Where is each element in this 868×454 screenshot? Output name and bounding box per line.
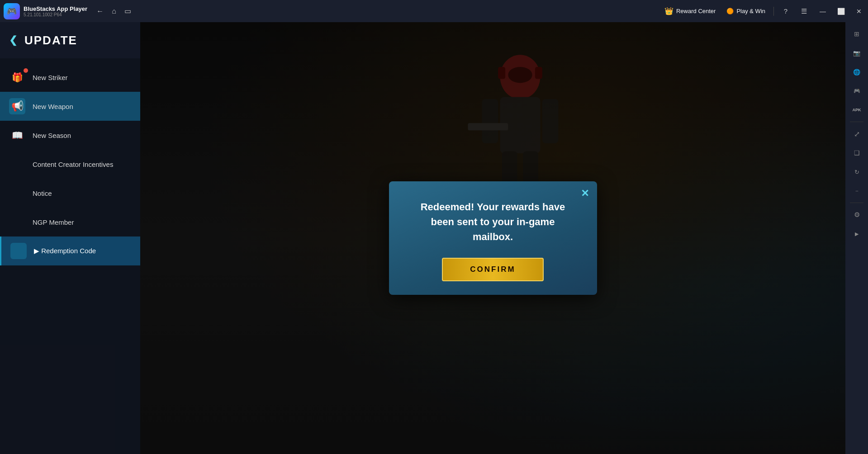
sidebar-item-label-new-striker: New Striker: [33, 74, 68, 81]
sidebar-item-label-new-weapon: New Weapon: [33, 103, 73, 110]
sidebar-item-label-ngp-member: NGP Member: [33, 218, 74, 226]
right-icon-more[interactable]: ···: [849, 183, 865, 199]
back-nav-button[interactable]: ←: [96, 8, 104, 15]
sidebar-item-icon-content-creator: [9, 156, 25, 172]
right-icon-globe[interactable]: 🌐: [849, 64, 865, 80]
sidebar-item-new-weapon[interactable]: 📢 New Weapon: [0, 92, 140, 121]
maximize-button[interactable]: ⬜: [832, 0, 850, 22]
modal-message: Redeemed! Your rewards have been sent to…: [412, 199, 574, 244]
sidebar-header: ❮ UPDATE: [0, 22, 140, 58]
sidebar-item-label-notice: Notice: [33, 189, 52, 197]
sidebar-title: UPDATE: [24, 33, 77, 47]
close-button[interactable]: ✕: [850, 0, 868, 22]
sidebar-item-content-creator[interactable]: Content Creator Incentives: [0, 150, 140, 179]
right-icon-resize[interactable]: ⤢: [849, 126, 865, 142]
sidebar-item-icon-notice: [9, 185, 25, 201]
play-win-icon: 🟠: [726, 8, 734, 14]
separator: [773, 7, 774, 16]
right-icon-tv[interactable]: ⊞: [849, 26, 865, 42]
sidebar-item-redemption-code[interactable]: ▶ Redemption Code: [0, 236, 140, 265]
app-version: 5.21.101.1002 P64: [24, 12, 87, 17]
right-icon-rotate[interactable]: ↻: [849, 164, 865, 180]
right-icon-settings[interactable]: ⚙: [849, 207, 865, 223]
notification-dot: [24, 68, 28, 73]
home-nav-button[interactable]: ⌂: [112, 8, 116, 15]
right-icon-apk[interactable]: APK: [849, 102, 865, 118]
crown-icon: 👑: [664, 7, 674, 15]
sidebar-item-ngp-member[interactable]: NGP Member: [0, 208, 140, 236]
app-info: BlueStacks App Player 5.21.101.1002 P64: [24, 5, 87, 17]
reward-center-label: Reward Center: [676, 8, 716, 14]
play-win-label: Play & Win: [736, 8, 765, 14]
menu-button[interactable]: ☰: [796, 3, 812, 19]
sidebar-item-icon-new-striker: 🎁: [9, 69, 25, 85]
confirm-label: CONFIRM: [442, 258, 543, 281]
confirm-button[interactable]: CONFIRM: [442, 258, 543, 281]
right-icon-camera[interactable]: 📷: [849, 45, 865, 61]
right-separator-1: [850, 122, 863, 122]
reward-center-button[interactable]: 👑 Reward Center: [660, 5, 720, 17]
sidebar-item-icon-ngp-member: [9, 214, 25, 230]
sidebar: ❮ UPDATE 🎁 New Striker 📢 New Weapon 📖 Ne…: [0, 22, 140, 454]
sidebar-item-label-redemption-code: ▶ Redemption Code: [34, 247, 96, 255]
sidebar-item-label-new-season: New Season: [33, 132, 71, 139]
multi-instance-button[interactable]: ▭: [124, 8, 131, 15]
right-icon-macro[interactable]: ▶: [849, 226, 865, 242]
sidebar-back-button[interactable]: ❮: [9, 34, 17, 46]
titlebar: 🎮 BlueStacks App Player 5.21.101.1002 P6…: [0, 0, 868, 22]
sidebar-item-icon-redemption-code: [10, 243, 27, 259]
nav-controls: ← ⌂ ▭: [96, 8, 131, 15]
main-area: ❮ UPDATE 🎁 New Striker 📢 New Weapon 📖 Ne…: [0, 22, 868, 454]
minimize-button[interactable]: —: [814, 0, 832, 22]
sidebar-items: 🎁 New Striker 📢 New Weapon 📖 New Season …: [0, 58, 140, 454]
right-controls: 👑 Reward Center 🟠 Play & Win ? ☰ — ⬜ ✕: [660, 0, 868, 22]
sidebar-item-icon-new-season: 📖: [9, 127, 25, 143]
play-win-button[interactable]: 🟠 Play & Win: [722, 6, 770, 16]
sidebar-item-new-season[interactable]: 📖 New Season: [0, 121, 140, 150]
sidebar-item-notice[interactable]: Notice: [0, 179, 140, 208]
window-controls: — ⬜ ✕: [814, 0, 868, 22]
modal-overlay: ✕ Redeemed! Your rewards have been sent …: [140, 22, 845, 454]
sidebar-item-new-striker[interactable]: 🎁 New Striker: [0, 63, 140, 92]
modal-close-button[interactable]: ✕: [581, 188, 589, 199]
right-icon-gamepad[interactable]: 🎮: [849, 83, 865, 99]
game-area: ✕ Redeemed! Your rewards have been sent …: [140, 22, 845, 454]
right-panel: ⊞ 📷 🌐 🎮 APK ⤢ ❑ ↻ ··· ⚙ ▶: [845, 22, 868, 454]
right-separator-2: [850, 203, 863, 203]
right-icon-layers[interactable]: ❑: [849, 145, 865, 161]
app-name: BlueStacks App Player: [24, 5, 87, 12]
app-logo: 🎮: [4, 3, 20, 19]
sidebar-item-label-content-creator: Content Creator Incentives: [33, 161, 113, 168]
help-button[interactable]: ?: [778, 3, 794, 19]
sidebar-item-icon-new-weapon: 📢: [9, 98, 25, 114]
modal-dialog: ✕ Redeemed! Your rewards have been sent …: [389, 181, 597, 295]
